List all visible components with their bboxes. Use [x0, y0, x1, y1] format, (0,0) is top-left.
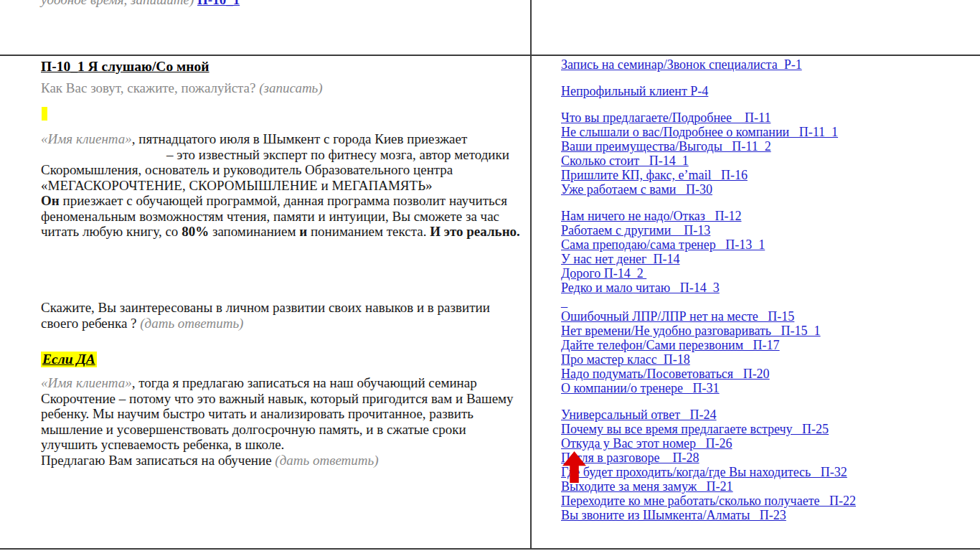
script-link[interactable]: Не слышали о вас/Подробнее о компании П-…	[561, 125, 974, 139]
script-link[interactable]: О компании/о тренере П-31	[561, 381, 974, 395]
program-text-3: пониманием текста.	[307, 224, 430, 239]
script-link[interactable]: Надо подумать/Посоветоваться П-20	[561, 367, 974, 381]
script-link[interactable]: Ошибочный ЛПР/ЛПР нет на месте П-15	[561, 309, 974, 324]
script-link[interactable]: Ваши преимущества/Выгоды П-11_2	[561, 139, 974, 154]
ask-name-note: (записать)	[259, 80, 322, 95]
offer-paragraph: «Имя клиента», тогда я предлагаю записат…	[41, 375, 526, 468]
script-link[interactable]: Что вы предлагаете/Подробнее П-11	[561, 110, 974, 125]
closing-text: Предлагаю Вам записаться на обучение	[41, 453, 275, 468]
script-document-page: удобное время, запишите) П-10_1 П-10_1 Я…	[0, 0, 980, 551]
interest-question: Скажите, Вы заинтересованы в личном разв…	[41, 300, 526, 331]
script-link[interactable]: Нет времени/Не удобно разговаривать П-15…	[561, 324, 974, 338]
bold-he: Он	[41, 193, 60, 208]
script-link[interactable]: Дорого П-14_2	[561, 266, 974, 281]
ask-name-text: Как Вас зовут, скажите, пожалуйста?	[41, 80, 259, 95]
script-link[interactable]: Переходите ко мне работать/сколько получ…	[561, 494, 974, 508]
script-link[interactable]: Запись на семинар/Звонок специалиста Р-1	[561, 57, 974, 72]
clipped-script-link[interactable]: П-10_1	[197, 0, 240, 7]
program-text-2: запоминанием	[209, 224, 299, 239]
script-link[interactable]: Выходите за меня замуж П-21	[561, 479, 974, 494]
client-name-placeholder: «Имя клиента»	[41, 131, 132, 146]
link-group: Непрофильный клиент Р-4	[561, 84, 974, 98]
clipped-previous-line: удобное время, запишите) П-10_1	[41, 0, 240, 8]
link-group: Нам ничего не надо/Отказ П-12Работаем с …	[561, 209, 974, 395]
column-divider-rule	[530, 0, 532, 550]
script-link[interactable]: Уже работаем с вами П-30	[561, 182, 974, 197]
bottom-horizontal-rule	[0, 548, 980, 550]
script-link[interactable]: Работаем с другими П-13	[561, 223, 974, 237]
program-paragraph: Он приезжает с обучающей программой, дан…	[41, 193, 526, 240]
ask-name-line: Как Вас зовут, скажите, пожалуйста? (зап…	[41, 80, 323, 96]
script-link[interactable]: Откуда у Вас этот номер П-26	[561, 436, 974, 451]
script-link[interactable]: Сколько стоит П-14_1	[561, 154, 974, 168]
yellow-highlight-cursor	[42, 107, 47, 121]
script-link[interactable]: Нам ничего не надо/Отказ П-12	[561, 209, 974, 223]
bold-its-real: И это реально.	[430, 224, 520, 239]
section-heading: П-10_1 Я слушаю/Со мной	[41, 59, 209, 75]
client-name-placeholder-2: «Имя клиента»	[41, 375, 132, 390]
closing-line: Предлагаю Вам записаться на обучение (да…	[41, 453, 526, 468]
script-links-column: Запись на семинар/Звонок специалиста Р-1…	[561, 57, 974, 534]
pitch-text-before-gap: , пятнадцатого июля в Шымкент с города К…	[132, 131, 467, 146]
script-link[interactable]: Почему вы все время предлагаете встречу …	[561, 422, 974, 436]
script-link[interactable]: _	[561, 295, 974, 309]
script-link[interactable]: Пришлите КП, факс, e’mail П-16	[561, 168, 974, 182]
top-horizontal-rule	[0, 55, 980, 56]
script-link[interactable]: Петля в разговоре П-28	[561, 451, 974, 465]
question-note: (дать ответить)	[140, 316, 243, 331]
bold-80-percent: 80%	[182, 224, 209, 239]
script-link[interactable]: Сама преподаю/сама тренер П-13_1	[561, 237, 974, 252]
script-link[interactable]: Редко и мало читаю П-14_3	[561, 281, 974, 295]
pitch-paragraph: «Имя клиента», пятнадцатого июля в Шымке…	[41, 131, 526, 240]
closing-note: (дать ответить)	[275, 453, 378, 468]
link-group: Универсальный ответ П-24Почему вы все вр…	[561, 408, 974, 522]
script-link[interactable]: Где будет проходить/когда/где Вы находит…	[561, 465, 974, 479]
link-group: Запись на семинар/Звонок специалиста Р-1	[561, 57, 974, 72]
script-link[interactable]: Дайте телефон/Сами перезвоним П-17	[561, 338, 974, 352]
script-link[interactable]: Непрофильный клиент Р-4	[561, 84, 974, 98]
link-group: Что вы предлагаете/Подробнее П-11Не слыш…	[561, 110, 974, 197]
script-link[interactable]: Вы звоните из Шымкента/Алматы П-23	[561, 508, 974, 522]
question-text: Скажите, Вы заинтересованы в личном разв…	[41, 300, 490, 331]
clipped-gray-text: удобное время, запишите)	[41, 0, 197, 7]
script-link[interactable]: У нас нет денег П-14	[561, 252, 974, 266]
bold-and: и	[299, 224, 307, 239]
script-link[interactable]: Про мастер класс П-18	[561, 352, 974, 367]
script-link[interactable]: Универсальный ответ П-24	[561, 408, 974, 422]
pitch-text-after-gap: – это известный эксперт по фитнесу мозга…	[41, 147, 509, 193]
if-yes-label: Если ДА	[41, 352, 97, 367]
